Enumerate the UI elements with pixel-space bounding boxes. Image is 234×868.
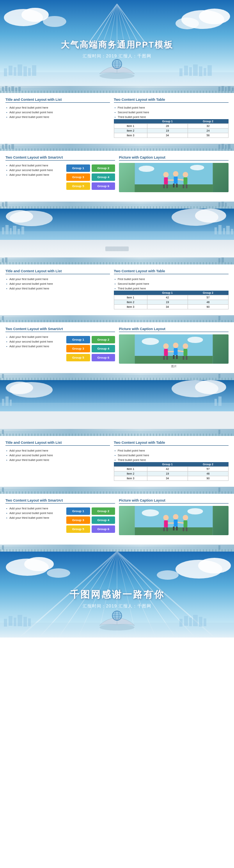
svg-rect-26 [193,64,198,76]
svg-rect-78 [2,202,4,207]
svg-rect-89 [2,227,4,234]
divider-3 [0,202,234,209]
svg-point-122 [183,343,188,349]
svg-rect-79 [5,202,7,207]
bullet-item: First bullet point here [114,105,229,110]
slide-content-4: Two Content Layout with SmartArt Add you… [0,322,234,373]
smartart-grid-6: Group 1 Group 2 Group 3 Group 4 Group 5 … [66,506,115,533]
svg-rect-130 [218,374,220,378]
svg-rect-38 [2,87,4,91]
divider-6 [0,373,234,380]
svg-rect-24 [184,66,188,75]
svg-rect-159 [173,527,175,530]
col-left-4: Two Content Layout with SmartArt Add you… [5,327,115,368]
bullet-list-right-3: First bullet point here Second bullet po… [114,277,229,291]
svg-rect-16 [4,68,7,76]
svg-rect-69 [173,184,175,188]
svg-rect-55 [222,144,224,149]
svg-rect-154 [164,520,168,527]
svg-point-85 [6,210,33,223]
svg-rect-109 [218,316,220,320]
svg-rect-103 [2,258,4,263]
bullet-list-right-1: First bullet point here Second bullet po… [114,105,229,119]
bullet-item: Add your first bullet point here [5,163,64,168]
svg-rect-148 [218,488,220,492]
svg-rect-136 [0,403,234,411]
divider-8 [0,487,234,494]
svg-rect-68 [174,177,178,184]
table-header: Group 2 [188,291,228,295]
svg-point-10 [21,8,49,22]
table-row: Item 1 42 57 [114,295,228,300]
blue-mid-2 [0,380,234,411]
divider-4 [0,257,234,264]
svg-rect-138 [5,396,9,406]
section-title-3: Title and Content Layout with List [5,269,110,274]
col-left-2: Two Content Layout with SmartArt Add you… [5,155,115,193]
divider-9 [0,545,234,552]
bullet-item: Add your first bullet point here [5,277,110,281]
col-right-3: Two Content Layout with Table First bull… [114,269,229,309]
section-title-1: Title and Content Layout with List [5,98,110,103]
section-title-4: Two Content Layout with SmartArt [5,327,115,332]
smartart-bullets-4: Add your first bullet point here Add you… [5,334,64,348]
bullet-item: Third bullet point here [114,457,229,462]
svg-rect-21 [28,68,31,76]
svg-rect-147 [2,488,4,492]
svg-rect-91 [10,228,12,234]
bullet-item: Add your second bullet point here [5,168,64,172]
smartart-group-4-3: Group 3 [66,345,90,352]
svg-rect-139 [10,400,12,406]
svg-rect-57 [228,144,230,149]
svg-rect-168 [2,545,4,550]
blue-mid-1 [0,209,234,240]
svg-rect-164 [186,527,188,531]
bullet-item: Add your second bullet point here [5,511,64,515]
svg-rect-193 [23,617,27,627]
svg-rect-198 [193,615,198,626]
section-title-right-3: Two Content Layout with Table [114,269,229,274]
smartart-bullets-6: Add your first bullet point here Add you… [5,506,64,520]
gray-spacer-1 [0,240,234,257]
svg-rect-39 [5,86,7,91]
svg-point-114 [163,343,169,349]
col-right-1: Two Content Layout with Table First bull… [114,98,229,138]
end-title: 千图网感谢一路有你 [70,588,165,601]
svg-rect-108 [2,316,4,320]
slide-content-1: Title and Content Layout with List Add y… [0,93,234,144]
bullet-list-1: Add your first bullet point here Add you… [5,105,110,119]
bullet-item: Third bullet point here [114,114,229,119]
svg-point-67 [173,171,179,177]
bullet-item: Add your second bullet point here [5,453,110,457]
section-title-pic-3: Picture with Caption Layout [119,498,229,504]
svg-rect-48 [232,88,234,91]
svg-rect-107 [0,317,234,322]
svg-point-63 [163,172,169,177]
smartart-bullets: Add your first bullet point here Add you… [5,163,64,177]
svg-rect-81 [222,202,224,207]
svg-rect-99 [231,229,233,234]
end-slide: 千图网感谢一路有你 汇报时间：2019 汇报人：千图网 [0,552,234,638]
col-left-5: Title and Content Layout with List Add y… [5,441,110,481]
svg-rect-143 [0,431,234,436]
svg-point-12 [199,9,230,24]
table-row: Item 3 34 90 [114,476,228,481]
smartart-group-6-1: Group 1 [66,507,90,515]
smartart-group-6: Group 6 [92,182,115,190]
svg-rect-77 [0,204,234,209]
svg-rect-105 [218,258,220,263]
svg-point-184 [176,560,222,579]
svg-rect-192 [18,615,22,626]
svg-rect-145 [218,430,220,434]
slide-content-2: Two Content Layout with SmartArt Add you… [0,151,234,202]
col-left-1: Title and Content Layout with List Add y… [5,98,110,138]
svg-point-87 [195,209,226,223]
svg-rect-17 [9,66,12,75]
svg-rect-156 [167,527,168,531]
slide-content-6: Two Content Layout with SmartArt Add you… [0,494,234,545]
divider-2 [0,144,234,151]
svg-point-185 [198,558,231,573]
svg-rect-46 [225,87,227,91]
svg-rect-18 [14,67,16,76]
section-title-right-1: Two Content Layout with Table [114,98,229,103]
